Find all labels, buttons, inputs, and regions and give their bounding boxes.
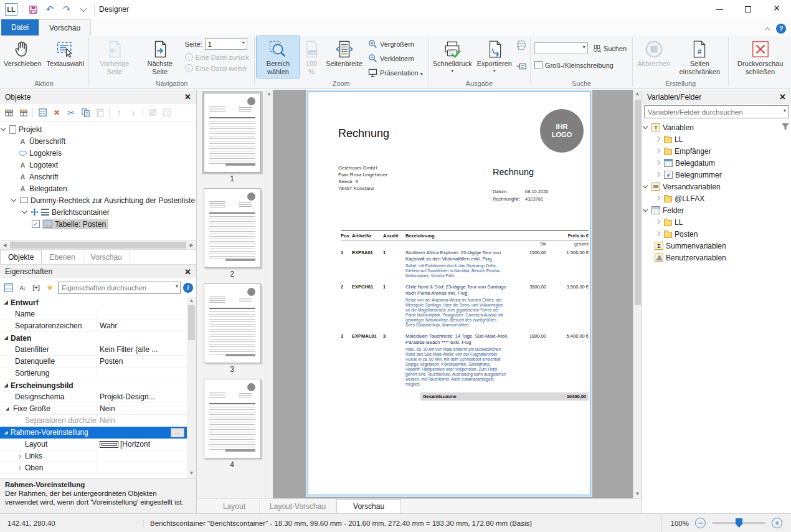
expander-icon[interactable] xyxy=(655,171,661,178)
seitenbreite-button[interactable]: Seitenbreite xyxy=(323,36,365,70)
expander-icon[interactable] xyxy=(655,219,661,226)
objects-horizontal-scrollbar[interactable]: ◀ ▶ xyxy=(0,240,196,249)
objects-tree-item-logokreis[interactable]: Logokreis xyxy=(0,147,196,159)
ellipsis-button[interactable] xyxy=(171,428,184,437)
tab-layout-vorschau[interactable]: Layout-Vorschau xyxy=(260,499,336,513)
variables-tree-item-felder[interactable]: Felder xyxy=(642,204,791,216)
tab-ebenen[interactable]: Ebenen xyxy=(42,250,83,264)
property-row-fixe-groesse[interactable]: Fixe Größe Nein xyxy=(0,403,187,415)
collapse-icon[interactable] xyxy=(4,430,8,434)
schnelldruck-button[interactable]: Schnelldruck ▾ xyxy=(430,36,475,74)
property-row-sortierung[interactable]: Sortierung xyxy=(0,368,187,379)
close-variables-panel-icon[interactable]: ✕ xyxy=(779,92,786,102)
property-row-rahmen-voreinstellung[interactable]: Rahmen-Voreinstellung xyxy=(0,427,187,439)
variables-tree-item-belegnummer[interactable]: Belegnummer xyxy=(642,169,791,181)
suchen-button[interactable]: Suchen xyxy=(590,43,628,54)
property-row-oben[interactable]: Oben xyxy=(0,462,187,474)
zoom-out-button[interactable]: − xyxy=(695,518,706,528)
objects-tree-item-belegdaten[interactable]: A Belegdaten xyxy=(0,183,196,194)
variables-tree-item-posten[interactable]: Posten xyxy=(642,228,791,240)
eine-datei-weiter-button[interactable]: › Eine Datei weiter xyxy=(183,64,251,73)
zoom-100-button[interactable]: 100 100 % xyxy=(300,36,323,78)
thumbnail-scrollbar[interactable]: ▲ xyxy=(265,90,273,498)
variables-tree-item-ll[interactable]: LL xyxy=(642,133,791,145)
scroll-up-icon[interactable]: ▲ xyxy=(635,90,640,98)
maximize-button[interactable] xyxy=(734,0,762,19)
case-sensitive-row[interactable]: Groß-/Kleinschreibung xyxy=(533,60,615,70)
eine-datei-zurueck-button[interactable]: ‹ Eine Datei zurück xyxy=(183,52,251,62)
cut-button[interactable] xyxy=(65,107,77,119)
property-group-erscheinungsbild[interactable]: Erscheinungsbild xyxy=(0,379,187,391)
expander-icon[interactable] xyxy=(11,197,17,204)
expand-icon[interactable] xyxy=(17,454,21,458)
scroll-up-icon[interactable]: ▲ xyxy=(189,297,194,305)
expander-icon[interactable] xyxy=(655,136,661,143)
expander-icon[interactable] xyxy=(642,183,649,190)
favorites-button[interactable] xyxy=(44,282,55,293)
zoom-slider-handle[interactable] xyxy=(736,518,742,528)
close-properties-panel-icon[interactable]: ✕ xyxy=(184,267,191,277)
scroll-down-icon[interactable]: ▼ xyxy=(189,469,194,478)
close-button[interactable] xyxy=(762,0,791,19)
expander-icon[interactable] xyxy=(642,207,649,214)
move-down-button[interactable] xyxy=(127,107,140,119)
collapse-ribbon-icon[interactable] xyxy=(765,26,770,31)
tab-datei[interactable]: Datei xyxy=(1,19,39,36)
objects-tree-item-ueberschrift[interactable]: A Überschrift xyxy=(0,135,196,147)
tab-vorschau[interactable]: Vorschau xyxy=(39,19,91,36)
expander-icon[interactable] xyxy=(655,230,661,237)
variables-tree-item-benutzervariablen[interactable]: Benutzervariablen xyxy=(642,252,791,264)
scroll-down-icon[interactable]: ▼ xyxy=(635,490,640,498)
tab-vorschau-view[interactable]: Vorschau xyxy=(336,499,401,513)
sort-alphabetical-button[interactable] xyxy=(17,282,28,293)
insert-table-button[interactable] xyxy=(2,107,15,119)
thumbnail-page-4[interactable]: 4 xyxy=(204,379,261,469)
close-objects-panel-icon[interactable]: ✕ xyxy=(184,92,191,102)
move-up-button[interactable] xyxy=(113,107,125,119)
expander-icon[interactable] xyxy=(0,126,7,133)
assign-layer-button[interactable] xyxy=(146,107,159,119)
filter-icon[interactable] xyxy=(781,123,790,133)
praesentation-button[interactable]: Präsentation xyxy=(366,67,425,78)
variables-tree-item-empfaenger[interactable]: Empfänger xyxy=(642,145,791,157)
collapse-icon[interactable] xyxy=(4,336,8,340)
textauswahl-button[interactable]: Textauswahl xyxy=(44,36,87,70)
objects-tree-item-projekt[interactable]: Projekt xyxy=(0,123,196,135)
property-row-name[interactable]: Name xyxy=(0,308,187,320)
thumbnail-page-1[interactable]: 1 xyxy=(204,93,261,183)
expander-icon[interactable] xyxy=(655,195,661,202)
objects-tree-item-dummy-rechteck[interactable]: Dummy-Rechteck zur Ausrichtung der Poste… xyxy=(0,194,196,206)
variables-tree-item-summenvariablen[interactable]: Summenvariablen xyxy=(642,240,791,252)
expander-icon[interactable] xyxy=(642,124,649,131)
properties-scrollbar[interactable]: ▲ ▼ xyxy=(187,297,196,478)
druckvorschau-schliessen-button[interactable]: Druckvorschau schließen xyxy=(731,36,790,78)
redo-button[interactable] xyxy=(60,3,73,16)
variables-tree-item-variablen[interactable]: Variablen xyxy=(642,121,791,133)
naechste-seite-button[interactable]: Nächste Seite xyxy=(138,36,182,78)
property-row-layout[interactable]: Layout [Horizont xyxy=(0,439,187,450)
info-icon[interactable]: i xyxy=(183,283,193,293)
edit-layer-button[interactable] xyxy=(161,107,173,119)
thumbnail-image[interactable] xyxy=(204,188,261,268)
report-parameters-button[interactable] xyxy=(516,62,527,75)
preview-vertical-scrollbar[interactable]: ▲ ▼ xyxy=(633,90,642,498)
property-row-datenfilter[interactable]: Datenfilter Kein Filter (alle ... xyxy=(0,344,187,356)
quick-access-dropdown-icon[interactable] xyxy=(77,3,90,16)
property-row-separatorenzeichen[interactable]: Separatorenzeichen Wahr xyxy=(0,320,187,332)
minimize-button[interactable] xyxy=(705,0,734,19)
property-row-datenquelle[interactable]: Datenquelle Posten xyxy=(0,356,187,368)
collapse-icon[interactable] xyxy=(4,300,8,305)
property-row-designschema[interactable]: Designschema Projekt-Design... xyxy=(0,391,187,403)
property-row-links[interactable]: Links xyxy=(0,450,187,462)
preview-canvas[interactable]: Rechnung IHR LOGO Geiertours GmbH Frau R… xyxy=(273,90,633,498)
visibility-checkbox[interactable] xyxy=(32,220,40,228)
objects-tree-item-berichtscontainer[interactable]: Berichtscontainer xyxy=(0,206,196,218)
save-button[interactable] xyxy=(27,3,39,16)
thumbnail-image[interactable] xyxy=(204,283,261,363)
case-sensitive-checkbox[interactable] xyxy=(534,61,542,69)
thumbnail-image[interactable] xyxy=(204,379,261,458)
zoom-in-button[interactable]: + xyxy=(772,518,782,528)
collapse-icon[interactable] xyxy=(4,383,8,387)
expander-icon[interactable] xyxy=(21,209,28,216)
zoom-slider[interactable] xyxy=(712,522,765,524)
